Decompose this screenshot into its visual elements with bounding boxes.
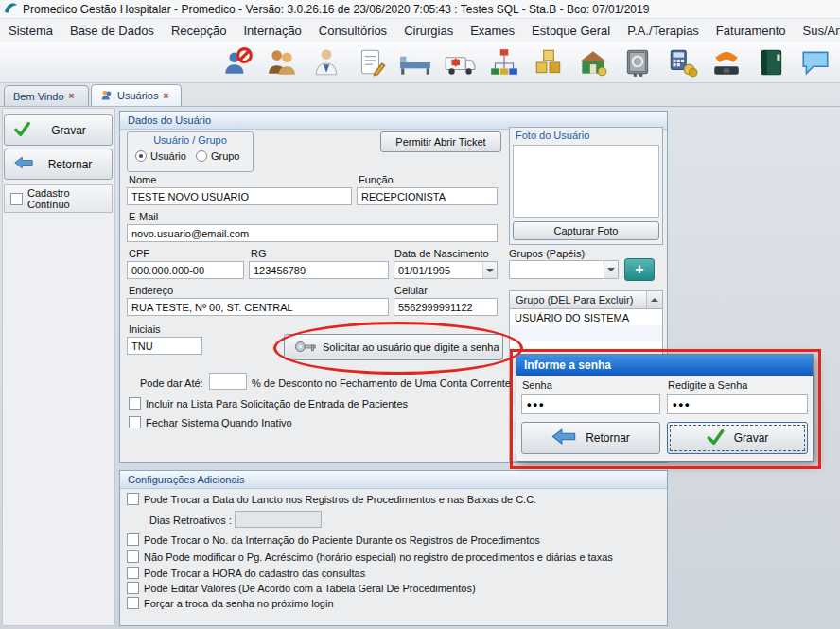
menu-estoque-geral[interactable]: Estoque Geral — [523, 24, 619, 38]
config-trocar-internacao-checkbox[interactable] — [127, 533, 139, 546]
cash-register-icon[interactable] — [664, 44, 700, 80]
chevron-down-icon[interactable] — [482, 262, 497, 278]
menu-base-de-dados[interactable]: Base de Dados — [61, 24, 163, 38]
endereco-input[interactable] — [127, 298, 389, 316]
iniciais-label: Iniciais — [129, 323, 161, 335]
config-forcar-troca-senha-checkbox[interactable] — [127, 597, 139, 609]
nascimento-label: Data de Nascimento — [394, 248, 489, 259]
email-input[interactable] — [127, 224, 498, 242]
senha-input[interactable] — [521, 394, 660, 414]
incluir-lista-toggle[interactable]: Incluir na Lista Para Solicitação de Ent… — [129, 397, 408, 410]
retornar-button[interactable]: Retornar — [4, 149, 113, 180]
fechar-sistema-checkbox[interactable] — [129, 416, 141, 428]
config-editar-valores-toggle[interactable]: Pode Editar Valores (De Acordo com a Tab… — [127, 582, 476, 594]
desconto-input[interactable] — [209, 373, 247, 390]
menu-consultorios[interactable]: Consultórios — [310, 24, 395, 38]
capturar-foto-button[interactable]: Capturar Foto — [513, 221, 659, 240]
incluir-lista-checkbox[interactable] — [129, 397, 141, 410]
grupo-list-item[interactable]: USUÁRIO DO SISTEMA — [509, 309, 663, 325]
config-trocar-internacao-label: Pode Trocar o No. da Internação do Pacie… — [144, 534, 540, 546]
hospital-bed-icon[interactable] — [397, 44, 433, 80]
close-icon[interactable]: × — [69, 91, 75, 101]
nascimento-combo[interactable] — [394, 261, 498, 279]
ambulance-icon[interactable] — [442, 44, 478, 80]
fechar-sistema-toggle[interactable]: Fechar Sistema Quando Inativo — [129, 416, 292, 428]
blocked-user-icon[interactable] — [219, 44, 255, 80]
back-arrow-icon — [551, 428, 576, 447]
scroll-up-icon[interactable] — [646, 291, 662, 308]
dialog-retornar-button[interactable]: Retornar — [521, 422, 660, 454]
config-trocar-data-toggle[interactable]: Pode Trocar a Data do Lancto nos Registr… — [127, 493, 536, 505]
grupos-papeis-combo[interactable] — [509, 260, 619, 279]
cadastro-continuo-checkbox[interactable] — [10, 193, 23, 205]
dialog-gravar-button[interactable]: Gravar — [667, 422, 808, 454]
cpf-label: CPF — [129, 248, 149, 259]
config-nao-modificar-pg-toggle[interactable]: Não Pode modificar o Pg. Acréscimo (horá… — [127, 550, 613, 563]
medical-record-icon[interactable] — [353, 44, 389, 80]
senha-label: Senha — [522, 379, 552, 391]
celular-input[interactable] — [394, 298, 498, 316]
config-trocar-internacao-toggle[interactable]: Pode Trocar o No. da Internação do Pacie… — [127, 533, 540, 546]
menu-recepcao[interactable]: Recepção — [163, 24, 236, 38]
tab-bem-vindo[interactable]: Bem Vindo × — [4, 85, 89, 106]
app-window: Promedico Gestão Hospitalar - Promedico … — [0, 0, 840, 629]
endereco-label: Endereço — [129, 285, 173, 296]
radio-usuario[interactable]: Usuário — [135, 150, 186, 162]
add-group-button[interactable]: + — [624, 258, 655, 281]
menu-sistema[interactable]: Sistema — [0, 24, 61, 38]
menu-internacao[interactable]: Internação — [235, 24, 309, 38]
funcao-input[interactable] — [357, 187, 498, 205]
safe-icon[interactable] — [620, 44, 656, 80]
celular-label: Celular — [394, 285, 428, 296]
radio-usuario-control[interactable] — [135, 150, 147, 162]
doctor-icon[interactable] — [308, 44, 344, 80]
billing-icon[interactable] — [575, 44, 611, 80]
stock-boxes-icon[interactable] — [531, 44, 567, 80]
gravar-button[interactable]: Gravar — [4, 114, 113, 146]
redigite-senha-input[interactable] — [667, 394, 808, 414]
patients-icon[interactable] — [264, 44, 300, 80]
solicitar-senha-button[interactable]: Solicitar ao usuário que digite a senha — [284, 334, 503, 360]
toolbar — [0, 42, 840, 83]
grupo-list-header-label: Grupo (DEL Para Excluir) — [516, 294, 633, 306]
chevron-down-icon[interactable] — [604, 261, 618, 278]
config-trocar-hora-checkbox[interactable] — [127, 567, 139, 579]
menu-sus-ans[interactable]: Sus/Ans — [795, 24, 840, 38]
permitir-abrir-ticket-button[interactable]: Permitir Abrir Ticket — [380, 131, 501, 152]
menu-cirurgias[interactable]: Cirurgias — [395, 24, 462, 38]
solicitar-senha-label: Solicitar ao usuário que digite a senha — [323, 341, 499, 353]
phone-icon[interactable] — [709, 44, 744, 80]
nome-input[interactable] — [127, 187, 352, 205]
grupos-papeis-input[interactable] — [510, 264, 604, 275]
rg-input[interactable] — [249, 261, 389, 279]
config-editar-valores-label: Pode Editar Valores (De Acordo com a Tab… — [144, 583, 476, 594]
promedico-logo-icon — [4, 1, 18, 17]
dias-retroativos-input[interactable] — [235, 511, 322, 528]
config-nao-modificar-pg-label: Não Pode modificar o Pg. Acréscimo (horá… — [144, 551, 613, 563]
menu-exames[interactable]: Exames — [462, 24, 523, 38]
ledger-book-icon[interactable] — [753, 44, 789, 80]
grupo-list-header[interactable]: Grupo (DEL Para Excluir) — [509, 290, 663, 309]
config-trocar-hora-toggle[interactable]: Pode Trocar a HORA do cadastro das consu… — [127, 567, 365, 579]
config-forcar-troca-senha-toggle[interactable]: Forçar a troca da senha no próximo login — [127, 597, 334, 609]
radio-grupo-control[interactable] — [196, 150, 207, 162]
cpf-input[interactable] — [127, 261, 244, 279]
iniciais-input[interactable] — [127, 337, 202, 355]
dialog-gravar-label: Gravar — [734, 431, 769, 445]
radio-grupo[interactable]: Grupo — [196, 150, 240, 162]
informe-senha-dialog-title: Informe a senha — [516, 355, 813, 376]
config-editar-valores-checkbox[interactable] — [127, 582, 139, 594]
cadastro-continuo-toggle[interactable]: Cadastro Contínuo — [4, 184, 113, 213]
nascimento-input[interactable] — [394, 265, 482, 276]
menu-faturamento[interactable]: Faturamento — [708, 24, 795, 38]
menu-pa-terapias[interactable]: P.A./Terapias — [619, 24, 708, 38]
tab-usuarios[interactable]: Usuários × — [91, 84, 182, 106]
check-icon — [14, 122, 30, 139]
fechar-sistema-label: Fechar Sistema Quando Inativo — [146, 417, 292, 428]
gravar-label: Gravar — [39, 124, 112, 137]
config-trocar-data-checkbox[interactable] — [127, 493, 139, 505]
org-chart-icon[interactable] — [486, 44, 522, 80]
close-icon[interactable]: × — [163, 91, 168, 101]
chat-icon[interactable] — [797, 44, 833, 80]
config-nao-modificar-pg-checkbox[interactable] — [127, 550, 139, 563]
